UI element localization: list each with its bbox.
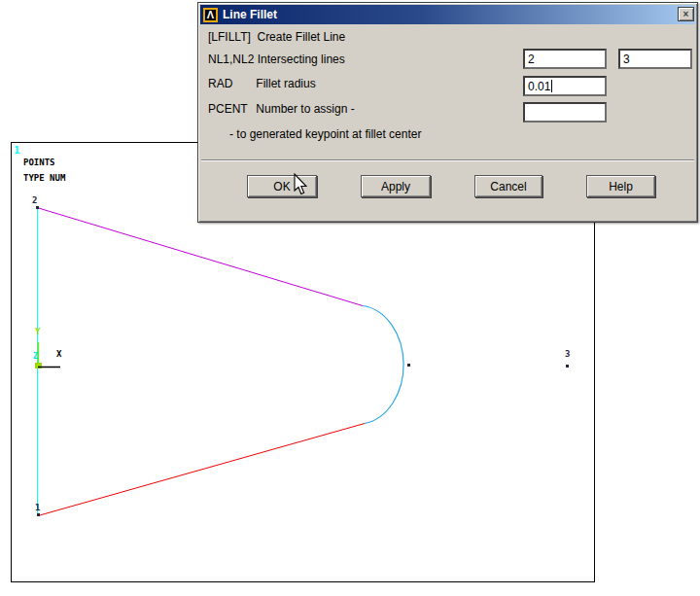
close-icon: × <box>683 9 689 19</box>
keypoint-2-marker <box>36 206 39 209</box>
nl2-value: 3 <box>623 53 630 66</box>
keypoint-3-label: 3 <box>565 349 570 359</box>
arc-midpoint-marker <box>407 364 410 367</box>
fillet-center-note: - to generated keypoint at fillet center <box>229 127 421 141</box>
keypoint-1-label: 1 <box>35 503 40 512</box>
triad-x-label: X <box>56 349 61 359</box>
dialog-title: Line Fillet <box>223 8 277 21</box>
nl1-value: 2 <box>528 53 535 66</box>
nl1nl2-code: NL1,NL2 <box>208 53 254 66</box>
rad-value: 0.01 <box>528 80 550 93</box>
rad-code: RAD <box>208 77 253 90</box>
rad-row-label: RAD Fillet radius <box>208 77 316 90</box>
close-button[interactable]: × <box>678 7 694 21</box>
dialog-titlebar[interactable]: Λ Line Fillet <box>200 5 695 24</box>
cancel-label: Cancel <box>490 180 526 193</box>
apply-button[interactable]: Apply <box>361 175 431 197</box>
rad-description: Fillet radius <box>256 77 315 90</box>
nl1nl2-row-label: NL1,NL2 Intersecting lines <box>208 53 345 66</box>
help-label: Help <box>609 180 633 193</box>
text-cursor <box>551 80 552 92</box>
keypoint-3-marker <box>566 365 569 368</box>
command-label: [LFILLT] Create Fillet Line <box>208 30 345 44</box>
cancel-button[interactable]: Cancel <box>474 175 542 197</box>
keypoint-2-label: 2 <box>32 195 37 205</box>
separator <box>201 159 694 161</box>
keypoint-1-marker <box>37 513 40 516</box>
window-number-label: 1 <box>14 145 20 156</box>
mouse-cursor-icon <box>294 173 309 196</box>
ok-label: OK <box>273 180 290 193</box>
pcent-code: PCENT <box>208 102 253 116</box>
triad-z-label: Z <box>33 351 38 361</box>
line-bottom-red <box>38 424 365 516</box>
plot-numbering-label: TYPE NUM <box>23 173 65 183</box>
apply-label: Apply <box>381 180 410 193</box>
line-fillet-dialog: Λ Line Fillet × [LFILLT] Create Fillet L… <box>197 2 698 223</box>
nl1nl2-description: Intersecting lines <box>258 53 345 66</box>
ansys-logo-icon: Λ <box>203 8 218 22</box>
help-button[interactable]: Help <box>586 175 655 197</box>
nl2-input[interactable]: 3 <box>618 49 692 69</box>
rad-input[interactable]: 0.01 <box>523 76 607 96</box>
plot-type-label: POINTS <box>23 158 55 167</box>
nl1-input[interactable]: 2 <box>523 49 607 69</box>
triad-y-label: Y <box>35 327 40 336</box>
pcent-input[interactable] <box>523 102 607 123</box>
pcent-description: Number to assign - <box>256 102 354 116</box>
pcent-row-label: PCENT Number to assign - <box>208 102 355 116</box>
fillet-arc <box>363 306 403 424</box>
